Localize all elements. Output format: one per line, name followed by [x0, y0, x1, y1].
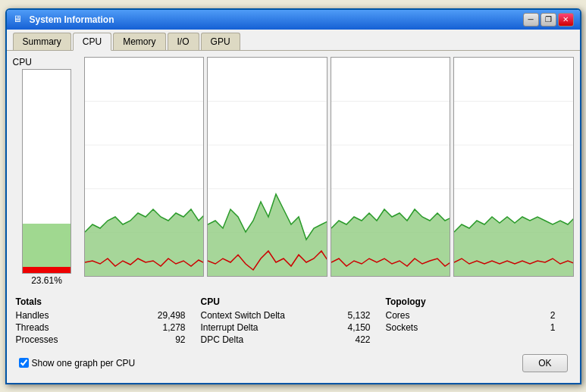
- title-bar: 🖥 System Information ─ ❐ ✕: [7, 10, 580, 30]
- tabs-bar: Summary CPU Memory I/O GPU: [7, 30, 580, 51]
- interrupt-delta-label: Interrupt Delta: [201, 322, 259, 333]
- cpu-bar-red: [23, 267, 71, 273]
- processes-value: 92: [155, 334, 186, 345]
- ok-button[interactable]: OK: [522, 354, 567, 372]
- history-graph-3: [331, 57, 451, 277]
- show-graph-checkbox-label[interactable]: Show one graph per CPU: [19, 358, 136, 368]
- handles-value: 29,498: [155, 310, 186, 321]
- graph-svg-3: [331, 58, 450, 276]
- topology-col: Topology Cores 2 Sockets 1: [386, 296, 571, 347]
- cpu-info-col: CPU Context Switch Delta 5,132 Interrupt…: [201, 296, 386, 347]
- sockets-label: Sockets: [386, 322, 418, 333]
- graphs-section: CPU 23.61%: [13, 57, 574, 286]
- sockets-value: 1: [525, 322, 556, 333]
- tab-memory[interactable]: Memory: [113, 33, 165, 50]
- tab-cpu[interactable]: CPU: [73, 33, 111, 51]
- dpc-delta-row: DPC Delta 422: [201, 334, 386, 345]
- processes-label: Processes: [16, 334, 58, 345]
- graph-svg-1: [85, 58, 204, 276]
- svg-marker-4: [85, 209, 204, 276]
- totals-heading: Totals: [16, 296, 201, 307]
- cpu-main-graph: CPU 23.61%: [13, 57, 81, 286]
- sockets-row: Sockets 1: [386, 322, 571, 333]
- content-area: CPU 23.61%: [7, 51, 580, 383]
- dpc-delta-value: 422: [340, 334, 371, 345]
- handles-label: Handles: [16, 310, 49, 321]
- history-graph-4: [453, 57, 574, 277]
- cpu-label: CPU: [13, 57, 81, 67]
- context-switch-label: Context Switch Delta: [201, 310, 285, 321]
- handles-row: Handles 29,498: [16, 310, 201, 321]
- cores-value: 2: [525, 310, 556, 321]
- history-graph-2: [207, 57, 327, 277]
- cpu-bar-container: [22, 69, 71, 274]
- window-title: System Information: [30, 14, 114, 25]
- title-bar-left: 🖥 System Information: [13, 14, 114, 26]
- bottom-bar: Show one graph per CPU OK: [13, 351, 574, 377]
- cpu-bar-fill: [23, 224, 71, 272]
- threads-value: 1,278: [155, 322, 186, 333]
- cpu-info-heading: CPU: [201, 296, 386, 307]
- totals-col: Totals Handles 29,498 Threads 1,278 Proc…: [16, 296, 201, 347]
- cpu-history-graphs: [84, 57, 574, 286]
- dpc-delta-label: DPC Delta: [201, 334, 244, 345]
- threads-label: Threads: [16, 322, 49, 333]
- show-graph-checkbox[interactable]: [19, 358, 29, 368]
- graph-svg-2: [208, 58, 327, 276]
- interrupt-delta-row: Interrupt Delta 4,150: [201, 322, 386, 333]
- title-buttons: ─ ❐ ✕: [523, 13, 574, 27]
- cores-label: Cores: [386, 310, 410, 321]
- processes-row: Processes 92: [16, 334, 201, 345]
- threads-row: Threads 1,278: [16, 322, 201, 333]
- cpu-percent: 23.61%: [13, 275, 81, 286]
- show-graph-label: Show one graph per CPU: [32, 358, 136, 368]
- interrupt-delta-value: 4,150: [340, 322, 371, 333]
- minimize-button[interactable]: ─: [523, 13, 539, 27]
- main-window: 🖥 System Information ─ ❐ ✕ Summary CPU M…: [5, 8, 581, 384]
- svg-marker-14: [331, 209, 450, 276]
- context-switch-value: 5,132: [340, 310, 371, 321]
- tab-summary[interactable]: Summary: [13, 33, 71, 50]
- tab-io[interactable]: I/O: [168, 33, 199, 50]
- topology-heading: Topology: [386, 296, 571, 307]
- window-icon: 🖥: [13, 14, 25, 26]
- history-graph-1: [84, 57, 205, 277]
- graph-svg-4: [454, 58, 573, 276]
- restore-button[interactable]: ❐: [541, 13, 556, 27]
- close-button[interactable]: ✕: [558, 13, 574, 27]
- info-section: Totals Handles 29,498 Threads 1,278 Proc…: [13, 292, 574, 351]
- context-switch-row: Context Switch Delta 5,132: [201, 310, 386, 321]
- svg-marker-9: [208, 194, 327, 276]
- cores-row: Cores 2: [386, 310, 571, 321]
- tab-gpu[interactable]: GPU: [201, 33, 240, 50]
